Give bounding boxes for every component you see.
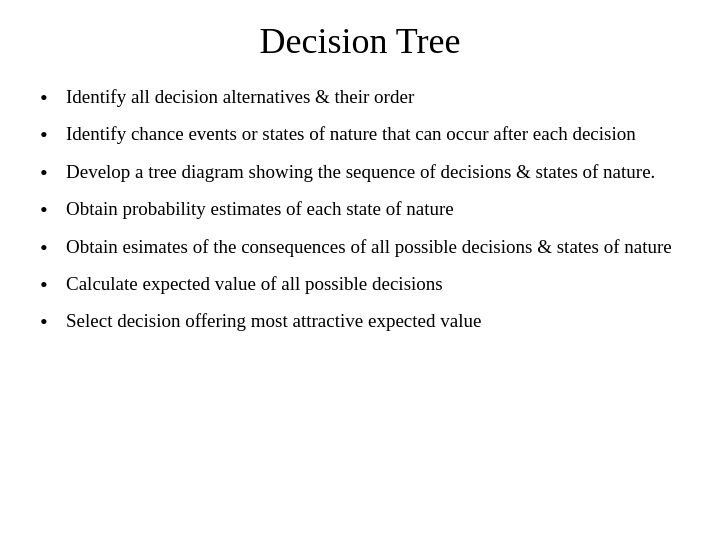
bullet-text-5: Obtain esimates of the consequences of a… — [66, 234, 680, 260]
bullet-text-6: Calculate expected value of all possible… — [66, 271, 680, 297]
list-item: • Obtain probability estimates of each s… — [40, 196, 680, 223]
bullet-text-7: Select decision offering most attractive… — [66, 308, 680, 334]
bullet-list: • Identify all decision alternatives & t… — [40, 84, 680, 346]
list-item: • Identify chance events or states of na… — [40, 121, 680, 148]
bullet-text-3: Develop a tree diagram showing the seque… — [66, 159, 680, 185]
bullet-dot-1: • — [40, 84, 62, 111]
bullet-text-1: Identify all decision alternatives & the… — [66, 84, 680, 110]
bullet-dot-4: • — [40, 196, 62, 223]
bullet-text-4: Obtain probability estimates of each sta… — [66, 196, 680, 222]
list-item: • Obtain esimates of the consequences of… — [40, 234, 680, 261]
bullet-dot-3: • — [40, 159, 62, 186]
bullet-dot-2: • — [40, 121, 62, 148]
list-item: • Select decision offering most attracti… — [40, 308, 680, 335]
bullet-text-2: Identify chance events or states of natu… — [66, 121, 680, 147]
list-item: • Calculate expected value of all possib… — [40, 271, 680, 298]
slide-container: Decision Tree • Identify all decision al… — [0, 0, 720, 540]
bullet-dot-7: • — [40, 308, 62, 335]
slide-title: Decision Tree — [260, 20, 461, 62]
list-item: • Develop a tree diagram showing the seq… — [40, 159, 680, 186]
bullet-dot-5: • — [40, 234, 62, 261]
list-item: • Identify all decision alternatives & t… — [40, 84, 680, 111]
bullet-dot-6: • — [40, 271, 62, 298]
